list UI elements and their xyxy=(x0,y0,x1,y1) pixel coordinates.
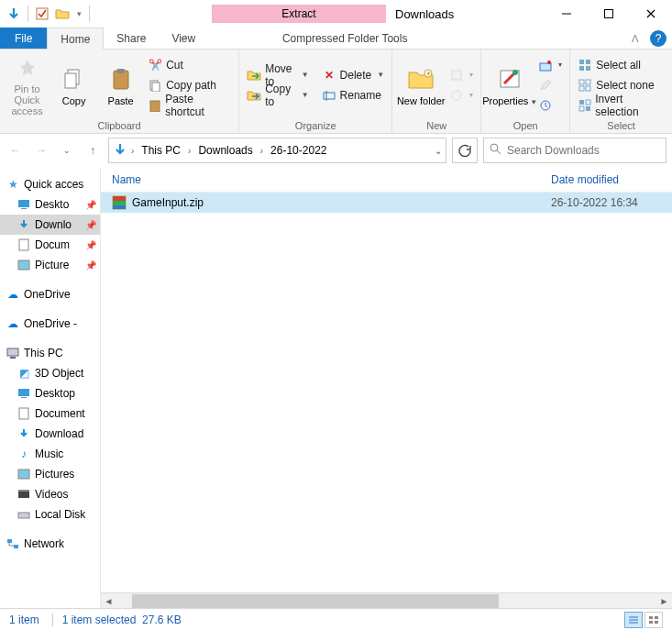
svg-rect-4 xyxy=(65,73,76,88)
qat-dropdown-icon[interactable]: ▾ xyxy=(74,6,83,22)
paste-shortcut-button[interactable]: Paste shortcut xyxy=(144,95,235,116)
crumb-downloads[interactable]: Downloads xyxy=(194,144,256,157)
tab-share[interactable]: Share xyxy=(104,28,159,49)
paste-button[interactable]: Paste xyxy=(97,54,144,116)
pin-quick-access-button[interactable]: Pin to Quick access xyxy=(4,54,50,116)
chevron-right-icon[interactable]: › xyxy=(260,146,263,156)
tree-music[interactable]: ♪Music xyxy=(0,444,100,464)
easy-access-icon xyxy=(449,88,464,103)
collapse-ribbon-icon[interactable]: ᐱ xyxy=(626,28,644,49)
tree-localdisk[interactable]: Local Disk xyxy=(0,504,100,525)
address-bar[interactable]: › This PC › Downloads › 26-10-2022 ⌄ xyxy=(108,138,446,163)
view-details-button[interactable] xyxy=(624,612,643,628)
select-all-button[interactable]: Select all xyxy=(574,55,668,75)
pin-icon: 📌 xyxy=(85,220,96,230)
tree-documents[interactable]: Docum📌 xyxy=(0,235,100,255)
svg-rect-2 xyxy=(605,10,613,18)
tree-desktop2[interactable]: Desktop xyxy=(0,383,100,403)
view-thumbnails-button[interactable] xyxy=(644,612,663,628)
tree-network[interactable]: Network xyxy=(0,534,100,554)
status-size: 27.6 KB xyxy=(142,613,182,626)
nav-tree[interactable]: ★Quick acces Deskto📌 Downlo📌 Docum📌 Pict… xyxy=(0,167,101,608)
history-button[interactable] xyxy=(534,95,566,116)
tab-view[interactable]: View xyxy=(159,28,208,49)
up-button[interactable]: ↑ xyxy=(83,140,103,160)
svg-rect-42 xyxy=(21,397,27,398)
tree-3dobjects[interactable]: ◩3D Object xyxy=(0,363,100,383)
minimize-button[interactable] xyxy=(545,0,588,28)
svg-point-17 xyxy=(512,70,518,75)
forward-button[interactable]: → xyxy=(31,140,51,160)
recent-locations-button[interactable]: ⌄ xyxy=(57,140,77,160)
group-label-select: Select xyxy=(574,118,668,133)
context-group-label[interactable]: Compressed Folder Tools xyxy=(258,28,432,49)
tree-videos[interactable]: Videos xyxy=(0,484,100,504)
tree-downloads2[interactable]: Download xyxy=(0,424,100,444)
refresh-button[interactable] xyxy=(452,138,478,163)
cut-button[interactable]: ✂️Cut xyxy=(144,55,235,75)
crumb-date[interactable]: 26-10-2022 xyxy=(267,144,330,157)
tree-documents2[interactable]: Document xyxy=(0,403,100,424)
delete-button[interactable]: ✕Delete▼ xyxy=(318,65,389,85)
tree-pictures2[interactable]: Pictures xyxy=(0,464,100,484)
document-icon xyxy=(17,238,31,252)
horizontal-scrollbar[interactable]: ◄ ► xyxy=(101,592,672,608)
search-box[interactable] xyxy=(483,138,666,163)
back-button[interactable]: ← xyxy=(6,140,26,160)
svg-rect-48 xyxy=(7,539,12,543)
column-name[interactable]: Name xyxy=(112,173,551,186)
video-icon xyxy=(17,487,31,502)
crumb-thispc[interactable]: This PC xyxy=(138,144,184,157)
new-folder-button[interactable]: ✦ New folder xyxy=(396,54,446,116)
copy-path-icon xyxy=(148,78,162,93)
tree-onedrive[interactable]: ☁OneDrive xyxy=(0,284,100,304)
file-list[interactable]: GameInput.zip 26-10-2022 16:34 xyxy=(101,193,672,592)
select-all-icon xyxy=(578,58,592,72)
tree-quick-access[interactable]: ★Quick acces xyxy=(0,174,100,194)
new-item-button[interactable]: ▾ xyxy=(446,65,477,85)
help-icon[interactable]: ? xyxy=(650,30,666,47)
tree-pictures[interactable]: Picture📌 xyxy=(0,255,100,275)
rename-button[interactable]: Rename xyxy=(318,85,389,105)
edit-button[interactable] xyxy=(534,75,566,95)
invert-selection-button[interactable]: Invert selection xyxy=(574,95,668,116)
cloud-icon: ☁ xyxy=(6,316,20,331)
music-icon: ♪ xyxy=(17,447,31,461)
svg-rect-57 xyxy=(649,616,653,619)
svg-rect-38 xyxy=(18,260,29,270)
open-button[interactable]: ▾ xyxy=(534,55,566,75)
close-button[interactable] xyxy=(630,0,672,28)
tree-thispc[interactable]: This PC xyxy=(0,343,100,363)
svg-rect-27 xyxy=(579,86,584,91)
tab-home[interactable]: Home xyxy=(47,28,104,50)
file-row[interactable]: GameInput.zip 26-10-2022 16:34 xyxy=(101,193,672,213)
column-date[interactable]: Date modified xyxy=(551,173,661,186)
scroll-right-icon[interactable]: ► xyxy=(656,596,672,606)
tab-file[interactable]: File xyxy=(0,28,47,49)
easy-access-button[interactable]: ▾ xyxy=(446,85,477,105)
tree-downloads[interactable]: Downlo📌 xyxy=(0,215,100,235)
chevron-right-icon[interactable]: › xyxy=(131,146,134,156)
pc-icon xyxy=(6,346,20,360)
chevron-right-icon[interactable]: › xyxy=(188,146,191,156)
folder-icon[interactable] xyxy=(54,6,71,22)
download-icon xyxy=(17,426,31,441)
tree-onedrive2[interactable]: ☁OneDrive - xyxy=(0,314,100,334)
checkbox-icon[interactable] xyxy=(34,6,50,22)
address-dropdown-icon[interactable]: ⌄ xyxy=(435,146,442,156)
svg-rect-30 xyxy=(586,100,590,105)
svg-rect-35 xyxy=(18,200,29,207)
copy-to-button[interactable]: Copy to▼ xyxy=(243,85,312,105)
context-tab-extract[interactable]: Extract xyxy=(212,5,386,23)
maximize-button[interactable] xyxy=(588,0,630,28)
svg-rect-31 xyxy=(579,106,584,111)
tree-desktop[interactable]: Deskto📌 xyxy=(0,194,100,215)
copy-label: Copy xyxy=(62,95,86,106)
properties-button[interactable]: Properties▼ xyxy=(485,54,534,116)
search-input[interactable] xyxy=(507,144,660,157)
scroll-left-icon[interactable]: ◄ xyxy=(101,596,116,606)
copy-button[interactable]: Copy xyxy=(50,54,97,116)
svg-rect-41 xyxy=(18,389,29,396)
scroll-thumb[interactable] xyxy=(132,594,499,608)
picture-icon xyxy=(17,467,31,481)
